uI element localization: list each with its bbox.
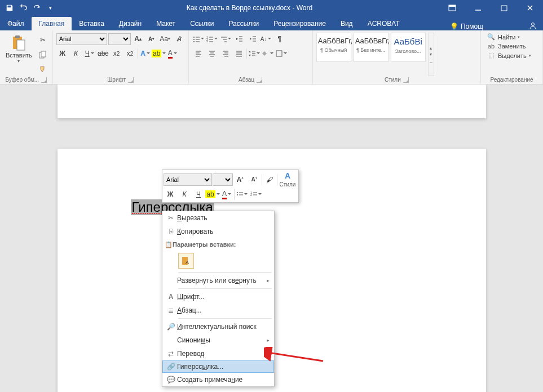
sort-icon[interactable]: A↓ bbox=[260, 33, 272, 45]
numbering-icon[interactable]: 123 bbox=[206, 33, 218, 45]
font-color-icon[interactable]: A bbox=[166, 47, 179, 60]
find-button[interactable]: 🔍Найти ▾ bbox=[484, 33, 522, 41]
replace-button[interactable]: abЗаменить bbox=[484, 42, 528, 50]
strikethrough-icon[interactable]: abc bbox=[97, 47, 109, 60]
justify-icon[interactable] bbox=[233, 47, 245, 60]
dialog-launcher-icon[interactable] bbox=[128, 77, 134, 83]
tab-insert[interactable]: Вставка bbox=[72, 17, 112, 30]
window-controls bbox=[439, 0, 543, 16]
tab-home[interactable]: Главная bbox=[32, 17, 72, 30]
shrink-font-icon[interactable]: A▾ bbox=[145, 33, 158, 45]
font-size-select[interactable] bbox=[108, 33, 131, 45]
ctx-smart-lookup[interactable]: 🔎Интеллектуальный поиск bbox=[162, 320, 274, 333]
shading-icon[interactable] bbox=[262, 47, 274, 60]
minimize-icon[interactable] bbox=[465, 0, 491, 16]
ctx-font[interactable]: AШрифт... bbox=[162, 290, 274, 304]
mini-bold-icon[interactable]: Ж bbox=[164, 188, 177, 201]
tab-view[interactable]: Вид bbox=[333, 17, 360, 30]
tab-references[interactable]: Ссылки bbox=[183, 17, 221, 30]
maximize-icon[interactable] bbox=[491, 0, 517, 16]
mini-grow-font-icon[interactable]: A˄ bbox=[233, 173, 247, 186]
save-icon[interactable] bbox=[3, 2, 16, 14]
style-heading[interactable]: АаБбВіЗаголово... bbox=[391, 33, 426, 62]
italic-icon[interactable]: К bbox=[70, 47, 82, 60]
align-center-icon[interactable] bbox=[206, 47, 218, 60]
mini-underline-icon[interactable]: Ч bbox=[192, 188, 205, 201]
tab-mailings[interactable]: Рассылки bbox=[221, 17, 266, 30]
svg-point-4 bbox=[532, 23, 535, 26]
grow-font-icon[interactable]: A▴ bbox=[132, 33, 144, 45]
show-marks-icon[interactable]: ¶ bbox=[273, 33, 286, 45]
svg-point-53 bbox=[237, 194, 238, 195]
style-no-spacing[interactable]: АаБбВвГг,¶ Без инте... bbox=[354, 33, 389, 62]
ribbon: Вставить ▾ ✂ Буфер обм... Arial A▴ A▾ Aa… bbox=[0, 30, 543, 84]
align-left-icon[interactable] bbox=[192, 47, 205, 60]
multilevel-list-icon[interactable] bbox=[219, 33, 232, 45]
superscript-icon[interactable]: x2 bbox=[124, 47, 136, 60]
dialog-launcher-icon[interactable] bbox=[41, 77, 47, 83]
line-spacing-icon[interactable] bbox=[248, 47, 261, 60]
redo-icon[interactable] bbox=[30, 2, 43, 14]
mini-shrink-font-icon[interactable]: A˅ bbox=[248, 173, 261, 186]
share-button[interactable] bbox=[523, 21, 543, 30]
ctx-synonyms[interactable]: Синонимы▸ bbox=[162, 333, 274, 347]
paste-button[interactable]: Вставить ▾ bbox=[3, 33, 34, 65]
qat-customize-icon[interactable]: ▾ bbox=[44, 2, 56, 14]
tab-review[interactable]: Рецензирование bbox=[266, 17, 333, 30]
cut-icon[interactable]: ✂ bbox=[37, 34, 49, 46]
decrease-indent-icon[interactable] bbox=[233, 33, 245, 45]
svg-point-10 bbox=[193, 37, 195, 38]
svg-rect-9 bbox=[41, 51, 46, 57]
tell-me[interactable]: 💡 Помощ bbox=[444, 23, 489, 30]
mini-font-name[interactable]: Arial bbox=[164, 173, 212, 186]
ctx-paragraph[interactable]: ≣Абзац... bbox=[162, 304, 274, 317]
svg-rect-7 bbox=[17, 40, 25, 50]
group-paragraph: 123 A↓ ¶ Абзац bbox=[189, 30, 313, 84]
mini-font-color-icon[interactable]: A bbox=[220, 188, 233, 201]
change-case-icon[interactable]: Aa▾ bbox=[159, 33, 171, 45]
copy-icon[interactable] bbox=[37, 48, 49, 61]
style-normal[interactable]: АаБбВвГг,¶ Обычный bbox=[316, 33, 351, 62]
mini-bullets-icon[interactable] bbox=[235, 188, 249, 201]
tab-layout[interactable]: Макет bbox=[149, 17, 183, 30]
styles-gallery-expand[interactable]: ▴▾⎯ bbox=[428, 33, 434, 76]
highlight-icon[interactable]: ab bbox=[153, 47, 165, 60]
underline-icon[interactable]: Ч bbox=[83, 47, 96, 60]
subscript-icon[interactable]: x2 bbox=[111, 47, 123, 60]
font-name-select[interactable]: Arial bbox=[56, 33, 107, 45]
ctx-translate[interactable]: ⇄Перевод bbox=[162, 347, 274, 360]
mini-highlight-icon[interactable]: ab bbox=[206, 188, 219, 201]
borders-icon[interactable] bbox=[275, 47, 288, 60]
page-previous[interactable] bbox=[58, 84, 486, 118]
undo-icon[interactable] bbox=[17, 2, 29, 14]
tab-file[interactable]: Файл bbox=[0, 17, 32, 30]
bold-icon[interactable]: Ж bbox=[56, 47, 69, 60]
ribbon-options-icon[interactable] bbox=[439, 0, 465, 16]
increase-indent-icon[interactable] bbox=[246, 33, 259, 45]
format-painter-icon[interactable] bbox=[37, 63, 49, 75]
ctx-paste-options: A bbox=[162, 251, 274, 271]
bullets-icon[interactable] bbox=[192, 33, 205, 45]
svg-rect-6 bbox=[15, 35, 20, 38]
align-right-icon[interactable] bbox=[219, 47, 232, 60]
mini-styles-button[interactable]: AСтили bbox=[278, 171, 297, 188]
tab-acrobat[interactable]: ACROBAT bbox=[360, 17, 407, 30]
dialog-launcher-icon[interactable] bbox=[257, 77, 262, 83]
select-button[interactable]: ⬚Выделить ▾ bbox=[484, 51, 533, 60]
ctx-hyperlink[interactable]: 🔗Гиперссылка... bbox=[162, 360, 274, 373]
ctx-copy[interactable]: ⎘Копировать bbox=[162, 225, 274, 238]
tab-design[interactable]: Дизайн bbox=[112, 17, 149, 30]
mini-font-size[interactable] bbox=[213, 173, 233, 186]
close-icon[interactable] bbox=[517, 0, 543, 16]
ctx-new-comment[interactable]: 💬Создать примечание bbox=[162, 373, 274, 386]
text-effects-icon[interactable]: A bbox=[139, 47, 152, 60]
paste-keep-formatting-icon[interactable]: A bbox=[178, 253, 194, 269]
clear-formatting-icon[interactable]: A̷ bbox=[173, 33, 185, 45]
group-clipboard: Вставить ▾ ✂ Буфер обм... bbox=[0, 30, 53, 84]
mini-italic-icon[interactable]: К bbox=[178, 188, 191, 201]
ctx-expand-collapse[interactable]: Развернуть или свернуть▸ bbox=[162, 274, 274, 287]
mini-format-painter-icon[interactable]: 🖌 bbox=[263, 173, 276, 186]
ctx-cut[interactable]: ✂Вырезать bbox=[162, 211, 274, 225]
dialog-launcher-icon[interactable] bbox=[403, 77, 409, 83]
mini-numbering-icon[interactable]: 12 bbox=[249, 188, 263, 201]
